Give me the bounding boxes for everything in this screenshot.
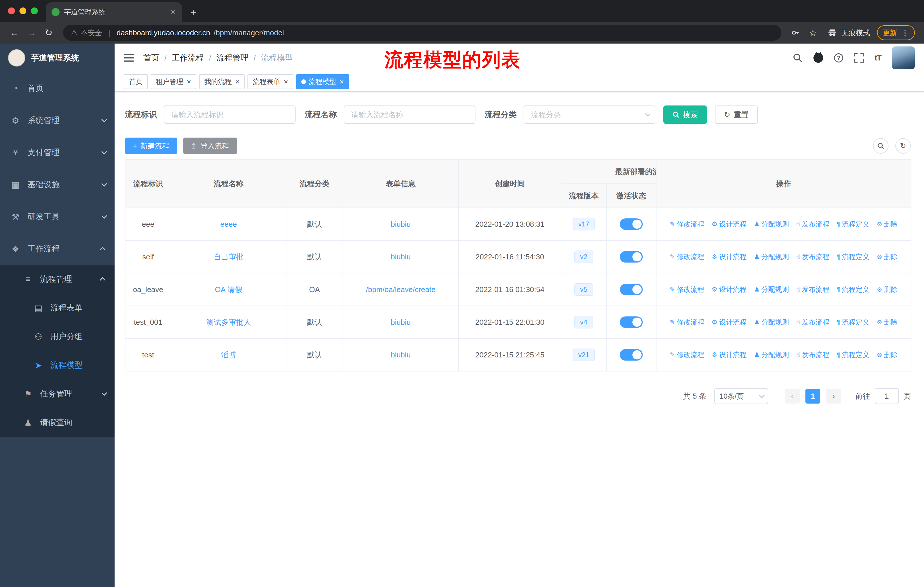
action-assign-rule[interactable]: ♟ 分配规则 bbox=[754, 220, 789, 229]
sidebar-item-task-mgmt[interactable]: ⚑ 任务管理 bbox=[0, 379, 115, 408]
breadcrumb-item[interactable]: 首页 bbox=[143, 53, 159, 63]
action-edit[interactable]: ✎ 修改流程 bbox=[670, 252, 704, 261]
forward-button[interactable]: → bbox=[24, 28, 39, 38]
model-name-link[interactable]: OA 请假 bbox=[215, 285, 242, 294]
sidebar-item-payment[interactable]: ¥ 支付管理 bbox=[0, 136, 115, 169]
reset-button[interactable]: ↻ 重置 bbox=[715, 106, 758, 124]
zoom-window-icon[interactable] bbox=[31, 7, 38, 14]
font-size-icon[interactable]: tT bbox=[875, 53, 881, 63]
action-design[interactable]: ⚙ 设计流程 bbox=[712, 350, 747, 359]
action-assign-rule[interactable]: ♟ 分配规则 bbox=[754, 350, 789, 359]
action-definition[interactable]: ¶ 流程定义 bbox=[837, 317, 870, 327]
back-button[interactable]: ← bbox=[7, 28, 22, 38]
tab-close-icon[interactable]: × bbox=[284, 78, 288, 85]
view-tab[interactable]: 流程表单 × bbox=[248, 74, 293, 89]
incognito-badge[interactable]: 无痕模式 bbox=[827, 28, 870, 38]
toggle-search-button[interactable] bbox=[873, 138, 888, 154]
action-edit[interactable]: ✎ 修改流程 bbox=[670, 220, 704, 229]
password-key-icon[interactable] bbox=[788, 28, 803, 37]
browser-tab[interactable]: 芋道管理系统 × bbox=[46, 2, 182, 22]
page-1-button[interactable]: 1 bbox=[805, 389, 820, 403]
action-delete[interactable]: ⊗ 删除 bbox=[877, 285, 898, 294]
action-delete[interactable]: ⊗ 删除 bbox=[877, 220, 898, 229]
action-definition[interactable]: ¶ 流程定义 bbox=[837, 350, 870, 359]
reload-button[interactable]: ↻ bbox=[41, 27, 56, 38]
next-page-button[interactable]: › bbox=[826, 389, 841, 403]
sidebar-item-process-mgmt[interactable]: ≡ 流程管理 bbox=[0, 265, 115, 293]
help-icon[interactable]: ? bbox=[834, 53, 843, 63]
action-assign-rule[interactable]: ♟ 分配规则 bbox=[754, 317, 789, 327]
bookmark-star-icon[interactable]: ☆ bbox=[805, 28, 820, 38]
action-design[interactable]: ⚙ 设计流程 bbox=[712, 252, 747, 261]
fullscreen-icon[interactable] bbox=[854, 53, 864, 63]
action-publish[interactable]: ☝ 发布流程 bbox=[796, 317, 829, 327]
github-icon[interactable] bbox=[813, 53, 823, 63]
sidebar-item-home[interactable]: ◔ 首页 bbox=[0, 72, 115, 104]
active-toggle[interactable] bbox=[620, 349, 643, 360]
view-tab[interactable]: 我的流程 × bbox=[199, 74, 244, 89]
action-edit[interactable]: ✎ 修改流程 bbox=[670, 285, 704, 294]
category-select[interactable]: 流程分类 bbox=[523, 106, 655, 124]
tab-close-icon[interactable]: × bbox=[340, 78, 344, 85]
action-delete[interactable]: ⊗ 删除 bbox=[877, 252, 898, 261]
page-size-select[interactable]: 10条/页 bbox=[714, 388, 768, 404]
active-toggle[interactable] bbox=[620, 316, 643, 328]
action-assign-rule[interactable]: ♟ 分配规则 bbox=[754, 285, 789, 294]
breadcrumb-item[interactable]: 流程管理 bbox=[216, 53, 249, 63]
goto-page-input[interactable] bbox=[875, 388, 899, 404]
sidebar-item-leave-query[interactable]: ♟ 请假查询 bbox=[0, 408, 115, 437]
active-toggle[interactable] bbox=[620, 218, 643, 230]
tab-close-icon[interactable]: × bbox=[187, 78, 191, 85]
action-design[interactable]: ⚙ 设计流程 bbox=[712, 285, 747, 294]
prev-page-button[interactable]: ‹ bbox=[785, 389, 800, 403]
form-info-link[interactable]: biubiu bbox=[391, 253, 411, 261]
action-definition[interactable]: ¶ 流程定义 bbox=[837, 252, 870, 261]
model-name-link[interactable]: 自己审批 bbox=[214, 253, 243, 261]
new-tab-button[interactable]: + bbox=[190, 7, 196, 18]
search-button[interactable]: 搜索 bbox=[663, 106, 707, 124]
view-tab[interactable]: 首页 bbox=[124, 74, 148, 89]
form-info-link[interactable]: biubiu bbox=[391, 318, 411, 326]
sidebar-item-infrastructure[interactable]: ▣ 基础设施 bbox=[0, 169, 115, 201]
model-name-link[interactable]: 测试多审批人 bbox=[206, 318, 251, 326]
model-name-link[interactable]: 滔博 bbox=[221, 351, 236, 359]
view-tab[interactable]: 流程模型 × bbox=[296, 74, 349, 89]
sidebar-item-system[interactable]: ⚙ 系统管理 bbox=[0, 104, 115, 136]
form-info-link[interactable]: biubiu bbox=[391, 351, 411, 359]
active-toggle[interactable] bbox=[620, 284, 643, 295]
model-name-link[interactable]: eeee bbox=[220, 220, 237, 228]
sidebar-item-devtools[interactable]: ⚒ 研发工具 bbox=[0, 201, 115, 233]
form-info-link[interactable]: biubiu bbox=[391, 220, 411, 228]
action-publish[interactable]: ☝ 发布流程 bbox=[796, 220, 829, 229]
tab-close-icon[interactable]: × bbox=[170, 7, 177, 17]
sidebar-collapse-icon[interactable] bbox=[124, 54, 134, 62]
sidebar-item-process-form[interactable]: ▤ 流程表单 bbox=[0, 293, 115, 322]
tab-close-icon[interactable]: × bbox=[235, 78, 239, 85]
process-name-input[interactable] bbox=[344, 106, 475, 124]
sidebar-item-user-group[interactable]: ⚇ 用户分组 bbox=[0, 322, 115, 351]
view-tab[interactable]: 租户管理 × bbox=[151, 74, 196, 89]
action-definition[interactable]: ¶ 流程定义 bbox=[837, 285, 870, 294]
process-key-input[interactable] bbox=[164, 106, 295, 124]
action-design[interactable]: ⚙ 设计流程 bbox=[712, 317, 747, 327]
search-icon[interactable] bbox=[793, 53, 803, 63]
action-publish[interactable]: ☝ 发布流程 bbox=[796, 252, 829, 261]
browser-menu-icon[interactable]: ⋮ bbox=[901, 28, 909, 38]
sidebar-item-workflow[interactable]: ❖ 工作流程 bbox=[0, 233, 115, 265]
update-button[interactable]: 更新 ⋮ bbox=[877, 25, 915, 40]
action-delete[interactable]: ⊗ 删除 bbox=[877, 350, 898, 359]
create-process-button[interactable]: + 新建流程 bbox=[125, 137, 177, 154]
action-design[interactable]: ⚙ 设计流程 bbox=[712, 220, 747, 229]
action-definition[interactable]: ¶ 流程定义 bbox=[837, 220, 870, 229]
address-bar[interactable]: ⚠ 不安全 | dashboard.yudao.iocoder.cn/bpm/m… bbox=[63, 25, 781, 41]
close-window-icon[interactable] bbox=[8, 7, 15, 14]
user-avatar[interactable] bbox=[892, 46, 915, 69]
action-delete[interactable]: ⊗ 删除 bbox=[877, 317, 898, 327]
action-assign-rule[interactable]: ♟ 分配规则 bbox=[754, 252, 789, 261]
sidebar-item-process-model[interactable]: ➤ 流程模型 bbox=[0, 351, 115, 379]
action-edit[interactable]: ✎ 修改流程 bbox=[670, 317, 704, 327]
minimize-window-icon[interactable] bbox=[20, 7, 26, 14]
action-publish[interactable]: ☝ 发布流程 bbox=[796, 285, 829, 294]
form-info-link[interactable]: /bpm/oa/leave/create bbox=[366, 285, 436, 294]
action-edit[interactable]: ✎ 修改流程 bbox=[670, 350, 704, 359]
